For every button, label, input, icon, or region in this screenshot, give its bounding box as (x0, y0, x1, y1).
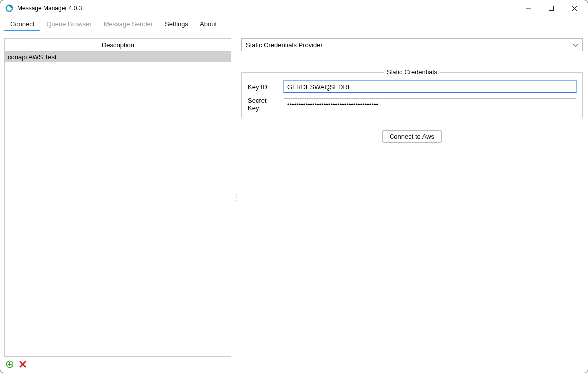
connections-toolbar (5, 360, 27, 369)
key-id-label: Key ID: (248, 83, 280, 91)
panel-splitter[interactable] (234, 38, 238, 357)
svg-point-0 (6, 5, 12, 11)
connect-button[interactable]: Connect to Aws (382, 130, 442, 143)
main-tab-bar: Connect Queue Browser Message Sender Set… (0, 16, 588, 31)
svg-rect-2 (549, 6, 554, 11)
chevron-down-icon (573, 41, 578, 49)
add-icon (6, 360, 14, 368)
connections-list[interactable]: conapi AWS Test (5, 52, 231, 356)
svg-point-5 (236, 194, 237, 195)
connection-details-panel: Static Credentials Provider Static Crede… (241, 38, 583, 357)
add-connection-button[interactable] (5, 360, 14, 369)
secret-key-label: Secret Key: (248, 97, 280, 112)
window-close-button[interactable] (563, 1, 586, 15)
key-id-input[interactable] (284, 81, 576, 93)
credentials-provider-value: Static Credentials Provider (246, 41, 323, 49)
window-minimize-button[interactable] (517, 1, 540, 15)
secret-key-input[interactable] (284, 98, 576, 110)
tab-connect[interactable]: Connect (4, 17, 40, 31)
tab-message-sender[interactable]: Message Sender (98, 17, 159, 31)
app-icon (5, 4, 13, 12)
tab-settings[interactable]: Settings (159, 17, 194, 31)
svg-point-6 (236, 197, 237, 198)
delete-connection-button[interactable] (18, 360, 27, 369)
static-credentials-group: Static Credentials Key ID: Secret Key: (241, 72, 583, 118)
static-credentials-legend: Static Credentials (384, 68, 440, 76)
tab-about[interactable]: About (194, 17, 223, 31)
window-titlebar: Message Manager 4.0.3 (0, 0, 588, 16)
window-maximize-button[interactable] (540, 1, 563, 15)
connections-list-header: Description (5, 39, 231, 52)
svg-point-7 (236, 200, 237, 201)
tab-queue-browser[interactable]: Queue Browser (40, 17, 97, 31)
delete-icon (19, 360, 27, 368)
credentials-provider-combo[interactable]: Static Credentials Provider (241, 38, 583, 51)
connections-panel: Description conapi AWS Test (4, 38, 231, 357)
list-item[interactable]: conapi AWS Test (5, 52, 231, 62)
window-title: Message Manager 4.0.3 (17, 5, 517, 12)
